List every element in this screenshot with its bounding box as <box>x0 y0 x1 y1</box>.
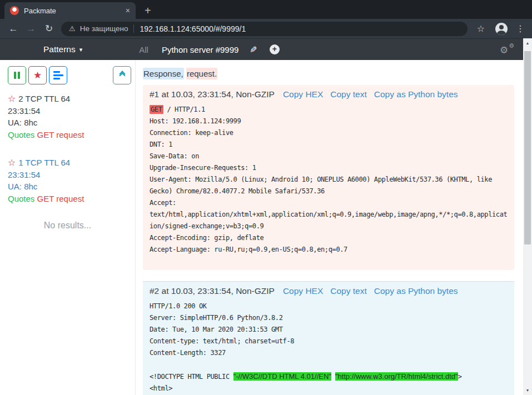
browser-tab[interactable]: Packmate × <box>4 2 136 19</box>
browser-menu-icon[interactable]: ⋮ <box>514 23 526 34</box>
packet-header: #2 at 10.03, 23:31:54, Non-GZIPCopy HEXC… <box>150 286 508 296</box>
back-icon[interactable]: ← <box>6 23 21 34</box>
copy-python-bytes-link[interactable]: Copy as Python bytes <box>374 286 458 296</box>
packet-title: #2 at 10.03, 23:31:54, Non-GZIP <box>150 286 275 296</box>
packet-list: ☆2 TCP TTL 64 23:31:54 UA: 8hc Quotes GE… <box>0 84 135 231</box>
packet-item-title: 1 TCP TTL 64 <box>18 158 70 167</box>
packet-header: #1 at 10.03, 23:31:54, Non-GZIPCopy HEXC… <box>150 89 508 99</box>
packet-item-ua: UA: 8hc <box>8 181 127 193</box>
favorite-star-icon[interactable]: ☆ <box>8 158 16 167</box>
scroll-up-icon[interactable]: ▲ <box>523 41 532 45</box>
list-view-button[interactable] <box>49 66 67 84</box>
packet-list-item-2[interactable]: ☆2 TCP TTL 64 23:31:54 UA: 8hc Quotes GE… <box>8 93 127 141</box>
packet-item-title: 2 TCP TTL 64 <box>18 94 70 103</box>
content-area: ★ ☆2 TCP TTL 64 <box>0 60 523 395</box>
page-scrollbar[interactable]: ▲ ▼ <box>523 38 532 395</box>
packmate-favicon-icon <box>10 6 19 15</box>
pattern-tag-get-request: GET request <box>37 130 84 139</box>
main-panel: Response, request. #1 at 10.03, 23:31:54… <box>136 60 523 395</box>
copy-python-bytes-link[interactable]: Copy as Python bytes <box>374 89 458 99</box>
pattern-tabs: All Python server #9999 ✎ + <box>139 44 280 55</box>
reload-icon[interactable]: ↻ <box>41 23 57 34</box>
patterns-label: Patterns <box>43 44 76 54</box>
copy-text-link[interactable]: Copy text <box>330 89 366 99</box>
app-navbar: Patterns ▾ All Python server #9999 ✎ + ⚙… <box>0 38 523 60</box>
settings-gears-icon[interactable]: ⚙ ⚙ <box>500 43 514 56</box>
favorite-star-icon[interactable]: ☆ <box>8 94 16 103</box>
packet-block-response: #2 at 10.03, 23:31:54, Non-GZIPCopy HEXC… <box>143 281 514 395</box>
packet-body-response: HTTP/1.0 200 OK Server: SimpleHTTP/0.6 P… <box>150 301 508 394</box>
scroll-down-icon[interactable]: ▼ <box>523 388 532 392</box>
pause-icon <box>14 72 20 79</box>
packet-list-item-1[interactable]: ☆1 TCP TTL 64 23:31:54 UA: 8hc Quotes GE… <box>8 157 127 204</box>
security-label[interactable]: Не защищено <box>80 24 128 33</box>
url-text[interactable]: 192.168.1.124:65000/#/9999/1 <box>140 24 460 33</box>
tab-title: Packmate <box>24 7 121 15</box>
forward-icon[interactable]: → <box>23 23 39 34</box>
scrollbar-thumb[interactable] <box>524 51 531 244</box>
copy-hex-link[interactable]: Copy HEX <box>283 89 323 99</box>
packet-item-time: 23:31:54 <box>8 169 127 181</box>
copy-hex-link[interactable]: Copy HEX <box>283 286 323 296</box>
patterns-dropdown[interactable]: Patterns ▾ <box>43 44 82 54</box>
page-area: Patterns ▾ All Python server #9999 ✎ + ⚙… <box>0 38 532 395</box>
packet-body-request: GET / HTTP/1.1 Host: 192.168.1.124:9999 … <box>150 104 508 256</box>
tab-all[interactable]: All <box>139 45 148 54</box>
address-bar[interactable]: ⚠ Не защищено 192.168.1.124:65000/#/9999… <box>61 22 468 36</box>
packet-title: #1 at 10.03, 23:31:54, Non-GZIP <box>150 89 275 99</box>
no-results-label: No results... <box>8 221 127 231</box>
caret-down-icon: ▾ <box>79 46 83 53</box>
packet-item-ua: UA: 8hc <box>8 117 127 129</box>
edit-pattern-icon[interactable]: ✎ <box>250 44 257 55</box>
collapse-panel-button[interactable] <box>113 66 131 84</box>
pattern-tag-quotes: Quotes <box>8 194 34 203</box>
stream-summary: Response, request. <box>143 69 514 78</box>
tab-close-icon[interactable]: × <box>126 7 130 14</box>
sidebar-controls: ★ <box>0 66 135 84</box>
packet-item-time: 23:31:54 <box>8 105 127 117</box>
star-icon: ★ <box>33 71 42 80</box>
packet-block-request: #1 at 10.03, 23:31:54, Non-GZIPCopy HEXC… <box>143 85 514 270</box>
bookmark-star-icon[interactable]: ☆ <box>473 23 489 34</box>
security-warning-icon[interactable]: ⚠ <box>69 24 76 33</box>
favorites-filter-button[interactable]: ★ <box>28 66 47 84</box>
pattern-tag-get-request: GET request <box>37 194 84 203</box>
pause-capture-button[interactable] <box>8 66 26 84</box>
new-tab-button[interactable]: + <box>145 5 151 16</box>
copy-text-link[interactable]: Copy text <box>330 286 366 296</box>
browser-tab-bar: Packmate × + <box>0 0 532 19</box>
chevrons-up-icon <box>120 72 125 78</box>
omnibox-divider <box>133 24 134 33</box>
tab-python-server[interactable]: Python server #9999 <box>162 45 238 54</box>
browser-toolbar: ← → ↻ ⚠ Не защищено 192.168.1.124:65000/… <box>0 19 532 38</box>
align-left-icon <box>53 71 63 79</box>
pattern-tag-quotes: Quotes <box>8 130 34 139</box>
sidebar: ★ ☆2 TCP TTL 64 <box>0 60 136 395</box>
add-pattern-icon[interactable]: + <box>270 44 280 54</box>
browser-window: Packmate × + ← → ↻ ⚠ Не защищено 192.168… <box>0 0 532 395</box>
profile-avatar-icon[interactable] <box>495 23 508 35</box>
